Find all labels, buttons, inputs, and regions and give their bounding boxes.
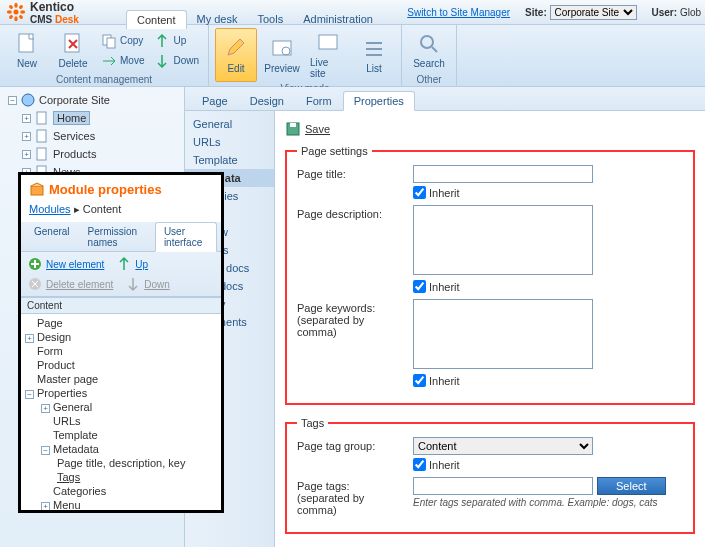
preview-button[interactable]: Preview	[261, 28, 303, 82]
page-title-inherit-checkbox[interactable]	[413, 186, 426, 199]
page-keywords-input[interactable]	[413, 299, 593, 369]
mp-item-properties[interactable]: −Properties	[25, 386, 217, 400]
mp-item-template[interactable]: Template	[41, 428, 217, 442]
delete-icon	[27, 276, 43, 292]
tree-toggle-icon[interactable]: +	[41, 502, 50, 511]
mp-item-metadata[interactable]: −Metadata	[41, 442, 217, 456]
tree-root[interactable]: − Corporate Site	[4, 91, 180, 109]
breadcrumb-modules[interactable]: Modules	[29, 203, 71, 215]
brand-cms: CMS	[30, 14, 55, 25]
select-tags-button[interactable]: Select	[597, 477, 666, 495]
tree-item-products[interactable]: +Products	[18, 145, 180, 163]
mp-item-general[interactable]: +General	[41, 400, 217, 414]
tree-toggle-icon[interactable]: +	[22, 150, 31, 159]
move-button[interactable]: Move	[98, 52, 147, 70]
mp-item-form[interactable]: Form	[25, 344, 217, 358]
mp-item-menu[interactable]: +Menu	[41, 498, 217, 512]
edit-button[interactable]: Edit	[215, 28, 257, 82]
save-link[interactable]: Save	[305, 123, 330, 135]
header-tab-mydesk[interactable]: My desk	[187, 10, 248, 29]
svg-rect-19	[37, 130, 46, 142]
mp-item-meta-tags[interactable]: Tags	[57, 470, 217, 484]
list-button[interactable]: List	[353, 28, 395, 82]
subnav-template[interactable]: Template	[185, 151, 274, 169]
tag-group-select[interactable]: Content	[413, 437, 593, 455]
switch-site-manager-link[interactable]: Switch to Site Manager	[407, 7, 510, 18]
mp-item-page[interactable]: Page	[25, 316, 217, 330]
save-bar: Save	[285, 117, 695, 145]
tab-page[interactable]: Page	[191, 91, 239, 110]
tags-legend: Tags	[297, 417, 328, 429]
modprops-tab-ui[interactable]: User interface	[155, 222, 217, 252]
new-button[interactable]: New	[6, 28, 48, 73]
page-tags-label: Page tags:(separated by comma)	[297, 477, 407, 516]
svg-point-4	[20, 10, 25, 13]
tree-toggle-icon[interactable]: +	[22, 132, 31, 141]
header-tab-tools[interactable]: Tools	[248, 10, 294, 29]
mp-item-design[interactable]: +Design	[25, 330, 217, 344]
inherit-label: Inherit	[429, 375, 460, 387]
down-icon	[154, 53, 170, 69]
site-selector[interactable]: Corporate Site	[550, 5, 637, 20]
tree-toggle-icon[interactable]: +	[25, 334, 34, 343]
tree-toggle-icon[interactable]: −	[25, 390, 34, 399]
tab-design[interactable]: Design	[239, 91, 295, 110]
header-tab-content[interactable]: Content	[126, 10, 187, 29]
page-title-label: Page title:	[297, 165, 407, 180]
mp-item-meta-ptk[interactable]: Page title, description, key	[57, 456, 217, 470]
user-label: User:	[652, 7, 678, 18]
delete-element-button: Delete element	[27, 276, 113, 292]
subnav-urls[interactable]: URLs	[185, 133, 274, 151]
mp-item-master[interactable]: Master page	[25, 372, 217, 386]
modprops-breadcrumb: Modules ▸ Content	[21, 201, 221, 222]
modprops-title: Module properties	[49, 182, 162, 197]
down-button[interactable]: Down	[151, 52, 202, 70]
tag-group-label: Page tag group:	[297, 437, 407, 452]
new-element-button[interactable]: New element	[27, 256, 104, 272]
mp-item-urls[interactable]: URLs	[41, 414, 217, 428]
mp-item-categories[interactable]: Categories	[41, 484, 217, 498]
up-button[interactable]: Up	[151, 32, 202, 50]
tree-item-home[interactable]: +Home	[18, 109, 180, 127]
doc-icon	[34, 146, 50, 162]
tags-fieldset: Tags Page tag group: Content Inherit Pag…	[285, 417, 695, 534]
tab-form[interactable]: Form	[295, 91, 343, 110]
svg-point-7	[8, 14, 13, 19]
mp-item-product[interactable]: Product	[25, 358, 217, 372]
kentico-logo-icon	[6, 2, 26, 22]
inherit-label: Inherit	[429, 281, 460, 293]
tree-item-services[interactable]: +Services	[18, 127, 180, 145]
page-desc-input[interactable]	[413, 205, 593, 275]
header-tab-admin[interactable]: Administration	[293, 10, 383, 29]
modprops-tree-header: Content	[21, 297, 221, 314]
mp-up-button[interactable]: Up	[116, 256, 148, 272]
tab-properties[interactable]: Properties	[343, 91, 415, 111]
page-settings-fieldset: Page settings Page title: Inherit Page d…	[285, 145, 695, 405]
tree-toggle-icon[interactable]: −	[8, 96, 17, 105]
tree-toggle-icon[interactable]: −	[41, 446, 50, 455]
subnav-general[interactable]: General	[185, 115, 274, 133]
preview-icon	[270, 37, 294, 61]
svg-rect-18	[37, 112, 46, 124]
tag-group-inherit-checkbox[interactable]	[413, 458, 426, 471]
page-keywords-inherit-checkbox[interactable]	[413, 374, 426, 387]
modprops-tab-general[interactable]: General	[25, 222, 79, 251]
delete-button[interactable]: Delete	[52, 28, 94, 73]
svg-point-0	[14, 10, 19, 15]
live-site-button[interactable]: Live site	[307, 28, 349, 82]
page-desc-inherit-checkbox[interactable]	[413, 280, 426, 293]
modprops-toolbar: New element Up Delete element Down	[21, 252, 221, 297]
copy-button[interactable]: Copy	[98, 32, 147, 50]
page-title-input[interactable]	[413, 165, 593, 183]
modprops-tab-perms[interactable]: Permission names	[79, 222, 155, 251]
svg-rect-12	[107, 38, 115, 48]
tree-toggle-icon[interactable]: +	[22, 114, 31, 123]
content-area: Page Design Form Properties General URLs…	[185, 87, 705, 547]
page-tags-input[interactable]	[413, 477, 593, 495]
header-tabs: Content My desk Tools Administration	[126, 10, 383, 29]
svg-rect-25	[31, 186, 43, 195]
tree-toggle-icon[interactable]: +	[41, 404, 50, 413]
search-button[interactable]: Search	[408, 28, 450, 73]
app-header: Kentico CMS Desk Content My desk Tools A…	[0, 0, 705, 25]
svg-point-8	[18, 14, 23, 19]
